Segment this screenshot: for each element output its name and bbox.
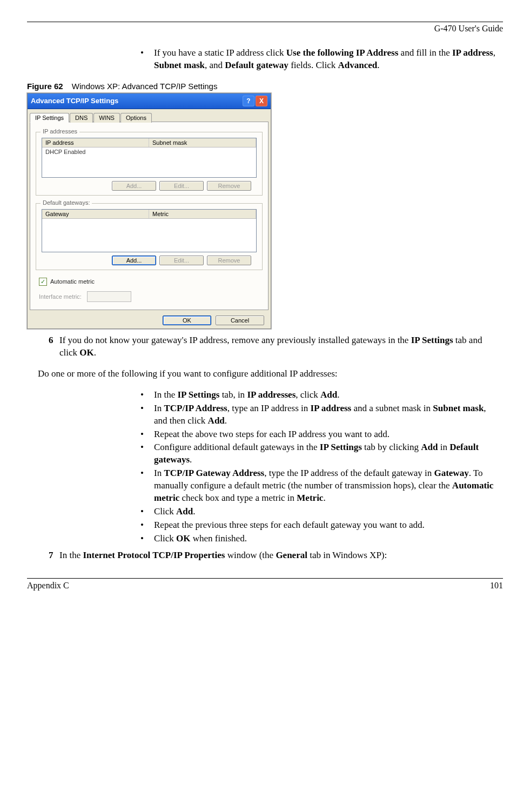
ok-button[interactable]: OK <box>163 316 211 325</box>
xp-window-title: Advanced TCP/IP Settings <box>31 97 118 105</box>
tab-ip-settings[interactable]: IP Settings <box>30 113 69 123</box>
group-ip-label: IP addresses <box>41 128 79 135</box>
step-7-number: 7 <box>49 549 59 562</box>
ip-listbox[interactable]: IP address Subnet mask DHCP Enabled <box>42 138 257 178</box>
gw-col-metric: Metric <box>149 210 256 218</box>
list-item: •In the IP Settings tab, in IP addresses… <box>140 389 498 401</box>
interface-metric-label: Interface metric: <box>39 293 82 300</box>
ip-edit-button[interactable]: Edit... <box>159 181 204 191</box>
step-7-text: In the Internet Protocol TCP/IP Properti… <box>59 549 387 562</box>
gw-col-gateway: Gateway <box>42 210 149 218</box>
gw-add-button[interactable]: Add... <box>112 256 156 265</box>
figure-caption: Figure 62 Windows XP: Advanced TCP/IP Se… <box>27 82 503 91</box>
interface-metric-input <box>87 291 131 302</box>
additional-paragraph: Do one or more of the following if you w… <box>38 368 503 380</box>
gw-remove-button[interactable]: Remove <box>207 256 251 265</box>
header-rule <box>27 22 503 22</box>
gw-edit-button[interactable]: Edit... <box>159 256 204 265</box>
list-item: •Click OK when finished. <box>140 533 498 545</box>
tab-wins[interactable]: WINS <box>93 113 120 123</box>
figure-number: Figure 62 <box>27 82 63 91</box>
figure-title: Windows XP: Advanced TCP/IP Settings <box>72 82 218 91</box>
intro-bullet-text: If you have a static IP address click Us… <box>154 47 498 72</box>
ip-col-subnet: Subnet mask <box>149 138 256 147</box>
tab-options[interactable]: Options <box>120 113 152 123</box>
list-item: •Configure additional default gateways i… <box>140 441 498 466</box>
list-item: •Repeat the previous three steps for eac… <box>140 519 498 532</box>
list-item: •Click Add. <box>140 506 498 518</box>
ip-remove-button[interactable]: Remove <box>207 181 251 191</box>
footer-right: 101 <box>490 581 503 590</box>
ip-row-dhcp[interactable]: DHCP Enabled <box>42 147 256 156</box>
auto-metric-checkbox[interactable]: ✓ <box>39 278 47 286</box>
ip-add-button[interactable]: Add... <box>112 181 156 191</box>
auto-metric-label: Automatic metric <box>50 278 95 285</box>
tab-dns[interactable]: DNS <box>70 113 93 123</box>
group-default-gateways: Default gateways: Gateway Metric Add... … <box>36 203 263 270</box>
page-footer: Appendix C 101 <box>27 578 503 590</box>
step-6-number: 6 <box>49 334 59 359</box>
list-item: •Repeat the above two steps for each IP … <box>140 428 498 441</box>
ip-col-address: IP address <box>42 138 149 147</box>
list-item: •In TCP/IP Gateway Address, type the IP … <box>140 467 498 505</box>
close-icon[interactable]: X <box>256 96 267 106</box>
footer-left: Appendix C <box>27 581 69 590</box>
gw-listbox[interactable]: Gateway Metric <box>42 209 257 252</box>
xp-titlebar[interactable]: Advanced TCP/IP Settings ? X <box>28 93 271 109</box>
guide-title: G-470 User's Guide <box>434 24 503 33</box>
group-gw-label: Default gateways: <box>41 199 92 206</box>
help-icon[interactable]: ? <box>243 96 254 106</box>
bullets2-list: •In the IP Settings tab, in IP addresses… <box>140 389 498 545</box>
intro-bullet: • If you have a static IP address click … <box>140 47 498 72</box>
step-6-text: If you do not know your gateway's IP add… <box>59 334 492 359</box>
xp-tabpanel: IP addresses IP address Subnet mask DHCP… <box>30 122 269 310</box>
group-ip-addresses: IP addresses IP address Subnet mask DHCP… <box>36 132 263 196</box>
cancel-button[interactable]: Cancel <box>216 316 264 325</box>
list-item: •In TCP/IP Address, type an IP address i… <box>140 402 498 427</box>
xp-window: Advanced TCP/IP Settings ? X IP Settings… <box>27 93 271 329</box>
auto-metric-row[interactable]: ✓ Automatic metric <box>39 278 263 286</box>
xp-tabs: IP Settings DNS WINS Options <box>30 113 269 123</box>
